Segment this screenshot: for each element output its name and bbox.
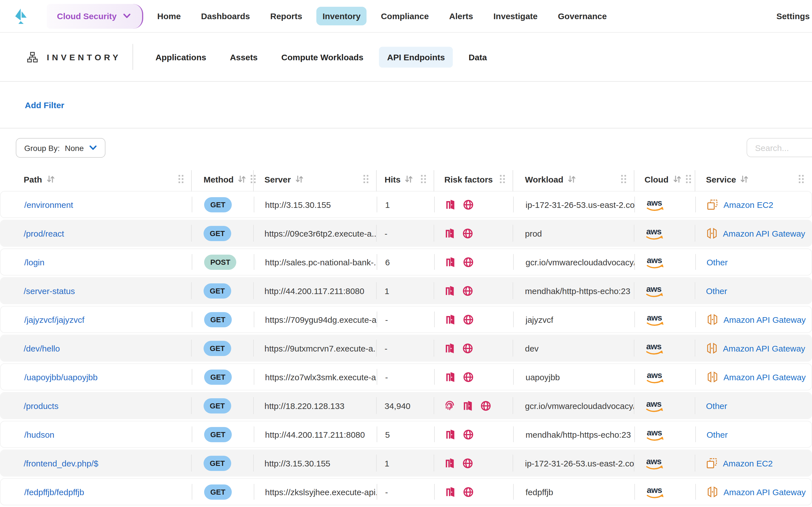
server-cell: http://3.15.30.155 [254,191,377,217]
endpoint-path-link[interactable]: /frontend_dev.php/$ [24,458,98,468]
sort-icon[interactable] [405,175,414,183]
aws-logo-icon: aws [645,485,666,499]
drag-handle-icon[interactable] [421,175,426,184]
column-header-hits[interactable]: Hits [377,169,434,189]
drag-handle-icon[interactable] [500,175,505,184]
tab-api-endpoints[interactable]: API Endpoints [379,47,453,67]
door-icon [444,285,455,296]
column-header-server[interactable]: Server [254,169,377,189]
svg-text:aws: aws [647,428,662,437]
search-input[interactable] [747,138,812,157]
service-cell: Other [695,392,812,419]
path-cell: /hudson [1,421,192,447]
table-row: /frontend_dev.php/$GEThttp://3.15.30.155… [0,450,812,476]
server-url: https://zkslsyjhee.execute-api.... [265,487,377,497]
endpoint-path-link[interactable]: /jajyzvcf/jajyzvcf [24,315,84,324]
nav-item-compliance[interactable]: Compliance [375,7,435,25]
add-filter-button[interactable]: Add Filter [25,100,64,110]
globe-icon [463,199,474,210]
method-badge: GET [204,341,231,356]
service-link[interactable]: Other [707,257,728,267]
endpoint-path-link[interactable]: /login [24,257,45,267]
endpoint-path-link[interactable]: /uapoyjbb/uapoyjbb [24,372,98,382]
hits-value: 6 [385,257,390,267]
endpoint-path-link[interactable]: /fedpffjb/fedpffjb [24,487,84,497]
service-link[interactable]: Amazon API Gateway [707,313,806,326]
endpoint-path-link[interactable]: /dev/hello [24,343,60,353]
drag-handle-icon[interactable] [621,175,626,184]
risk-factors [444,285,473,296]
column-header-service[interactable]: Service [695,169,812,189]
endpoint-path-link[interactable]: /server-status [24,286,75,295]
endpoint-path-link[interactable]: /hudson [24,430,54,439]
table-row: /jajyzvcf/jajyzvcfGEThttps://709ygu94dg.… [0,306,812,333]
drag-handle-icon[interactable] [799,175,804,184]
api-gateway-icon [706,227,718,239]
sort-icon[interactable] [295,175,304,183]
drag-handle-icon[interactable] [363,175,369,184]
svg-text:aws: aws [646,284,661,293]
group-by-dropdown[interactable]: Group By: None [16,138,105,158]
endpoint-path-link[interactable]: /prod/react [24,228,64,238]
service-link[interactable]: Amazon EC2 [706,457,773,469]
aws-logo-icon: aws [645,399,665,413]
workload-cell: uapoyjbb [514,364,635,390]
main-nav: HomeDashboardsReportsInventoryCompliance… [151,7,613,25]
cloud-cell: aws [635,220,695,247]
tab-data[interactable]: Data [461,47,495,67]
hits-cell: - [377,335,434,362]
method-cell: GET [192,306,254,332]
column-header-method[interactable]: Method [192,169,254,189]
tab-assets[interactable]: Assets [222,47,265,67]
nav-item-home[interactable]: Home [151,7,187,25]
endpoint-path-link[interactable]: /products [24,401,58,410]
service-link[interactable]: Amazon EC2 [707,199,773,210]
sort-icon[interactable] [740,175,749,183]
module-switcher[interactable]: Cloud Security [47,4,143,29]
nav-item-investigate[interactable]: Investigate [487,7,544,25]
service-link[interactable]: Amazon API Gateway [706,342,805,354]
method-cell: GET [192,450,254,476]
risk-factors-cell [434,335,513,362]
endpoint-path-link[interactable]: /environment [24,200,73,209]
tab-compute-workloads[interactable]: Compute Workloads [273,47,371,67]
nav-item-inventory[interactable]: Inventory [316,7,367,25]
service-link[interactable]: Other [706,401,727,410]
drag-handle-icon[interactable] [686,175,691,184]
nav-item-governance[interactable]: Governance [552,7,613,25]
sort-icon[interactable] [46,175,55,183]
sort-icon[interactable] [567,175,576,183]
service-link[interactable]: Amazon API Gateway [707,371,806,383]
workload-value: ip-172-31-26-53.us-east-2.co... [525,200,635,209]
service-link[interactable]: Amazon API Gateway [707,486,806,498]
path-cell: /prod/react [0,220,192,247]
service-link[interactable]: Amazon API Gateway [706,227,805,239]
service-label: Amazon API Gateway [723,487,806,497]
nav-item-alerts[interactable]: Alerts [443,7,479,25]
service-link[interactable]: Other [707,430,728,439]
column-header-path[interactable]: Path [0,169,192,189]
workload-value: fedpffjb [525,487,553,497]
nav-item-reports[interactable]: Reports [264,7,308,25]
column-header-cloud[interactable]: Cloud [635,169,695,189]
workload-value: dev [525,343,539,353]
globe-icon [462,343,473,353]
sort-icon[interactable] [238,175,247,183]
tab-applications[interactable]: Applications [147,47,214,67]
nav-item-settings[interactable]: Settings [776,11,812,21]
svg-text:aws: aws [646,399,661,408]
aws-logo-icon: aws [645,255,666,269]
service-link[interactable]: Other [706,286,727,295]
aws-logo-icon: aws [645,456,665,470]
lacework-logo-icon[interactable] [15,6,27,25]
column-label: Service [706,174,736,184]
drag-handle-icon[interactable] [178,175,184,184]
sort-icon[interactable] [672,175,681,183]
column-header-workload[interactable]: Workload [513,169,635,189]
column-header-risk-factors[interactable]: Risk factors [434,169,513,189]
server-url: http://44.200.117.211:8080 [264,286,364,295]
service-cell: Amazon API Gateway [696,306,811,332]
risk-factors-cell [434,277,513,304]
service-label: Amazon EC2 [723,458,773,468]
nav-item-dashboards[interactable]: Dashboards [195,7,256,25]
